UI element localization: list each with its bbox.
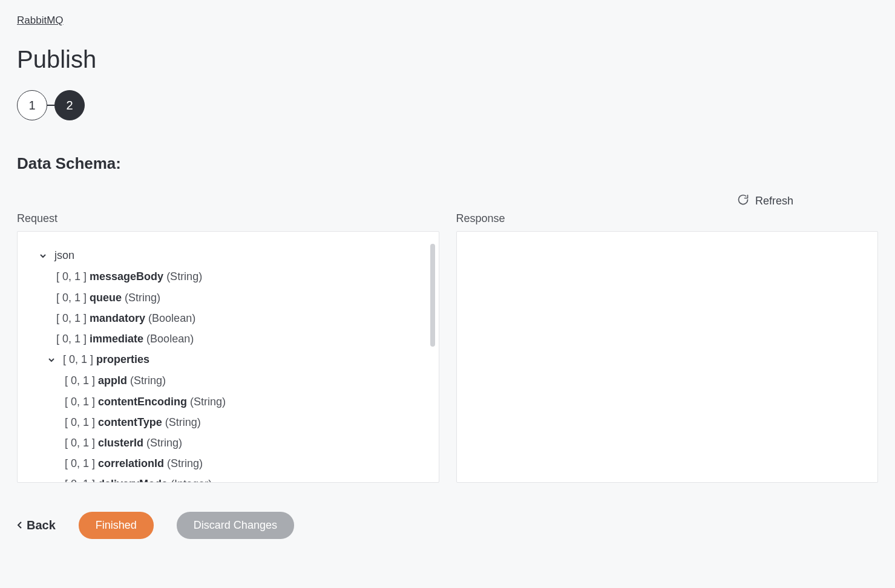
wizard-stepper: 1 2 [17,90,878,120]
chevron-down-icon[interactable] [48,350,56,370]
discard-changes-button[interactable]: Discard Changes [177,512,294,539]
tree-card: [ 0, 1 ] [65,437,95,449]
tree-field-name: appId [98,374,127,387]
tree-leaf-row[interactable]: [ 0, 1 ] clusterId (String) [65,433,423,453]
section-title: Data Schema: [17,154,878,173]
tree-card: [ 0, 1 ] [65,416,95,428]
chevron-left-icon [17,518,23,532]
tree-leaf-row[interactable]: [ 0, 1 ] messageBody (String) [56,266,423,287]
tree-root-label: json [54,249,74,261]
tree-field-type: (String) [165,416,201,428]
tree-card: [ 0, 1 ] [56,292,87,304]
tree-field-name: deliveryMode [98,478,168,483]
tree-field-type: (String) [166,270,202,283]
refresh-icon [737,194,749,209]
tree-field-type: (Boolean) [146,333,194,345]
tree-leaf-row[interactable]: [ 0, 1 ] appId (String) [65,370,423,391]
back-label: Back [27,518,56,532]
tree-field-name: clusterId [98,437,143,449]
step-1[interactable]: 1 [17,90,47,120]
tree-card: [ 0, 1 ] [56,333,87,345]
tree-field-type: (Boolean) [148,312,195,324]
back-button[interactable]: Back [17,518,56,532]
tree-field-name: correlationId [98,457,164,469]
tree-leaf-row[interactable]: [ 0, 1 ] contentType (String) [65,412,423,433]
step-2[interactable]: 2 [54,90,85,120]
breadcrumb-link[interactable]: RabbitMQ [17,15,64,27]
chevron-down-icon[interactable] [39,246,48,266]
tree-field-type: (String) [130,374,166,387]
tree-card: [ 0, 1 ] [63,353,93,365]
finished-button[interactable]: Finished [79,512,154,539]
refresh-button[interactable]: Refresh [737,194,793,209]
tree-field-type: (String) [125,292,160,304]
tree-field-name: messageBody [90,270,163,283]
tree-leaf-row[interactable]: [ 0, 1 ] queue (String) [56,287,423,308]
tree-field-name: mandatory [90,312,145,324]
tree-card: [ 0, 1 ] [65,374,95,387]
tree-field-type: (String) [146,437,182,449]
tree-field-name: contentType [98,416,162,428]
scrollbar[interactable] [430,244,435,347]
tree-card: [ 0, 1 ] [65,396,95,408]
tree-field-name: immediate [90,333,143,345]
tree-field-name: queue [90,292,122,304]
tree-card: [ 0, 1 ] [65,478,95,483]
tree-leaf-row[interactable]: [ 0, 1 ] contentEncoding (String) [65,391,423,412]
tree-field-type: (Integer) [171,478,212,483]
tree-root-row[interactable]: json [39,245,423,266]
tree-field-type: (String) [167,457,203,469]
tree-group-name: properties [96,353,149,365]
tree-card: [ 0, 1 ] [65,457,95,469]
request-label: Request [17,212,439,225]
tree-group-row[interactable]: [ 0, 1 ] properties [48,349,423,370]
tree-card: [ 0, 1 ] [56,270,87,283]
tree-leaf-row[interactable]: [ 0, 1 ] correlationId (String) [65,453,423,474]
step-connector [47,105,54,106]
tree-leaf-row[interactable]: [ 0, 1 ] immediate (Boolean) [56,328,423,349]
response-panel [456,231,879,483]
tree-leaf-row[interactable]: [ 0, 1 ] deliveryMode (Integer) [65,474,423,483]
refresh-label: Refresh [755,195,793,207]
page-title: Publish [17,46,878,73]
tree-field-type: (String) [190,396,226,408]
response-label: Response [456,212,879,225]
request-panel: json [ 0, 1 ] messageBody (String)[ 0, 1… [17,231,439,483]
tree-card: [ 0, 1 ] [56,312,87,324]
tree-field-name: contentEncoding [98,396,187,408]
tree-leaf-row[interactable]: [ 0, 1 ] mandatory (Boolean) [56,308,423,328]
